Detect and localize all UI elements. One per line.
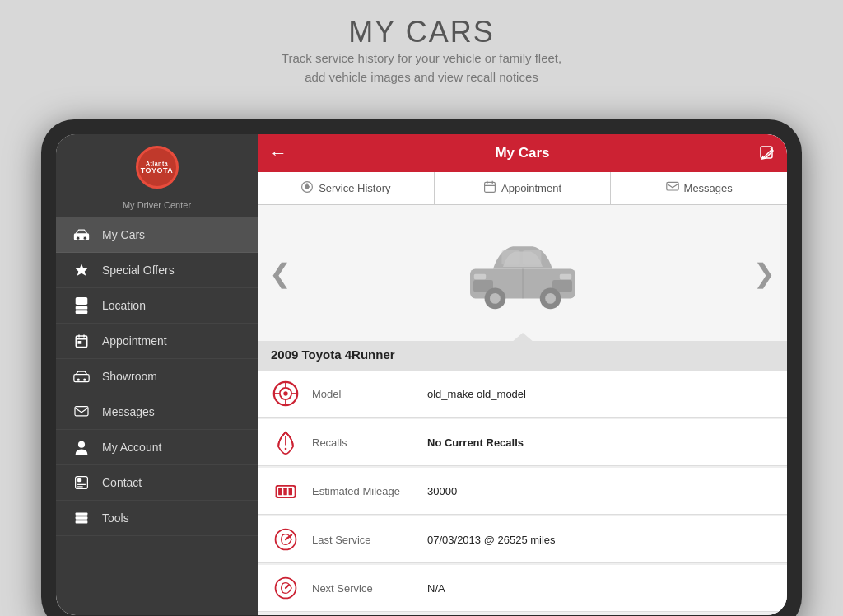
svg-point-2 [83,236,86,240]
nav-label-my-cars: My Cars [102,228,145,241]
main-content: ← My Cars Service History Appointment Me… [258,134,787,615]
svg-point-41 [545,293,556,304]
svg-rect-56 [278,488,282,495]
svg-rect-36 [473,273,485,278]
tab-appointment[interactable]: Appointment [435,172,612,204]
svg-rect-7 [76,336,87,348]
sidebar-item-location[interactable]: Location [56,288,258,324]
svg-rect-0 [74,233,89,240]
sidebar-logo: Atlanta TOYOTA [56,134,258,197]
last-service-label: Last Service [312,534,427,546]
svg-rect-23 [76,520,88,523]
svg-rect-28 [485,182,496,192]
sidebar-item-appointment[interactable]: Appointment [56,324,258,359]
svg-point-13 [77,379,80,381]
service-history-tab-icon [300,180,314,197]
sidebar-item-messages[interactable]: Messages [56,394,258,430]
info-section: Model old_make old_model Recalls No Curr… [258,371,787,615]
page-title: MY CARS [0,15,843,49]
model-value: old_make old_model [427,388,526,400]
model-label: Model [312,388,427,400]
svg-rect-44 [523,250,541,265]
nav-label-special-offers: Special Offers [102,264,175,277]
info-row-next-service: Next Service N/A [258,565,787,612]
mileage-value: 30000 [427,485,457,497]
my-cars-icon [71,226,92,243]
mileage-icon [271,476,300,506]
nav-label-contact: Contact [102,476,142,489]
my-account-icon [71,439,92,455]
sidebar-driver-center-label: My Driver Center [56,197,258,217]
tabs-bar: Service History Appointment Messages [258,172,787,205]
tab-messages[interactable]: Messages [611,172,787,204]
appointment-icon [71,333,92,349]
nav-label-location: Location [102,299,146,312]
appointment-tab-icon [483,180,496,197]
tab-label-messages: Messages [684,182,733,194]
svg-rect-43 [501,250,519,265]
mileage-label: Estimated Mileage [312,485,427,497]
svg-point-1 [77,236,80,240]
carousel-right-arrow[interactable]: ❯ [742,258,787,289]
svg-rect-11 [78,342,80,343]
next-service-icon [271,573,300,603]
svg-rect-18 [77,478,81,482]
svg-point-47 [283,391,287,395]
svg-point-53 [285,448,287,450]
svg-rect-32 [666,182,678,190]
logo-toyota: TOYOTA [141,166,174,175]
logo-circle: Atlanta TOYOTA [136,146,179,189]
svg-rect-6 [76,310,88,314]
sidebar-item-contact[interactable]: Contact [56,465,258,501]
tablet-frame: Atlanta TOYOTA My Driver Center My Cars … [41,119,802,616]
car-title-area: 2009 Toyota 4Runner [258,341,787,371]
svg-point-16 [78,441,85,448]
messages-tab-icon [666,181,679,196]
car-image [457,228,589,319]
recalls-value: No Current Recalls [427,436,524,449]
svg-rect-37 [559,273,571,278]
car-carousel: ❮ [258,205,787,341]
page-subtitle: Track service history for your vehicle o… [0,49,843,86]
recalls-label: Recalls [312,436,427,449]
next-service-value: N/A [427,582,445,595]
last-service-value: 07/03/2013 @ 26525 miles [427,534,556,546]
sidebar-nav: My Cars Special Offers Location Appointm… [56,217,258,615]
info-row-model: Model old_make old_model [258,371,787,418]
sidebar: Atlanta TOYOTA My Driver Center My Cars … [56,134,258,615]
next-service-label: Next Service [312,582,427,595]
nav-label-appointment: Appointment [102,334,167,348]
svg-rect-12 [74,375,89,382]
svg-point-14 [83,379,86,381]
nav-label-my-account: My Account [102,441,161,454]
car-name: 2009 Toyota 4Runner [271,348,395,362]
tab-service-history[interactable]: Service History [258,172,435,204]
info-row-last-service: Last Service 07/03/2013 @ 26525 miles [258,516,787,563]
sidebar-item-my-cars[interactable]: My Cars [56,217,258,253]
back-button[interactable]: ← [269,142,294,164]
svg-rect-22 [76,516,88,519]
svg-rect-15 [75,407,88,416]
carousel-left-arrow[interactable]: ❮ [258,258,303,289]
info-row-mileage: Estimated Mileage 30000 [258,468,787,515]
topbar: ← My Cars [258,134,787,172]
topbar-title: My Cars [294,145,751,161]
nav-label-showroom: Showroom [102,370,157,383]
sidebar-item-showroom[interactable]: Showroom [56,359,258,394]
showroom-icon [71,368,92,385]
tab-label-appointment: Appointment [501,182,561,194]
recalls-icon [271,427,300,457]
sidebar-item-tools[interactable]: Tools [56,501,258,536]
tools-icon [71,510,92,526]
logo-atlanta: Atlanta [146,161,168,166]
sidebar-item-special-offers[interactable]: Special Offers [56,253,258,288]
tab-label-service-history: Service History [319,182,390,194]
special-offers-icon [71,262,92,278]
model-icon [271,379,300,408]
svg-point-27 [306,185,309,188]
svg-rect-21 [76,512,88,515]
edit-button[interactable] [751,145,775,161]
last-service-icon [271,525,300,554]
sidebar-item-my-account[interactable]: My Account [56,430,258,465]
svg-rect-57 [283,488,286,495]
